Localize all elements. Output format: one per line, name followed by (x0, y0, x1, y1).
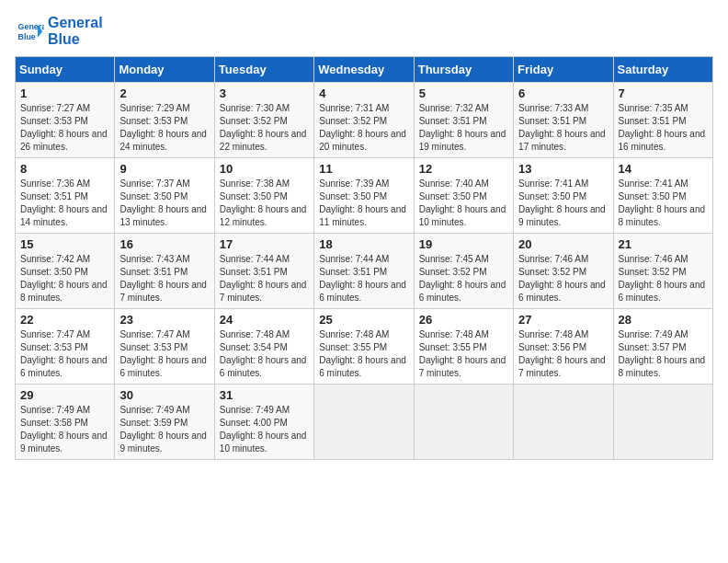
sunset-label: Sunset: 3:51 PM (619, 116, 687, 126)
daylight-label: Daylight: 8 hours and 26 minutes. (20, 129, 108, 152)
sunset-label: Sunset: 3:51 PM (518, 116, 586, 126)
sunset-label: Sunset: 3:50 PM (220, 191, 288, 201)
sunset-label: Sunset: 3:51 PM (220, 267, 288, 277)
calendar-cell: 24 Sunrise: 7:48 AM Sunset: 3:54 PM Dayl… (214, 309, 313, 385)
day-number: 31 (220, 388, 309, 402)
day-info: Sunrise: 7:35 AM Sunset: 3:51 PM Dayligh… (619, 102, 708, 154)
day-info: Sunrise: 7:40 AM Sunset: 3:50 PM Dayligh… (419, 178, 508, 229)
day-info: Sunrise: 7:47 AM Sunset: 3:53 PM Dayligh… (20, 328, 109, 380)
sunrise-label: Sunrise: 7:33 AM (518, 103, 588, 113)
sunset-label: Sunset: 4:00 PM (220, 418, 288, 428)
sunrise-label: Sunrise: 7:36 AM (20, 178, 90, 189)
calendar-cell: 10 Sunrise: 7:38 AM Sunset: 3:50 PM Dayl… (214, 158, 313, 234)
day-number: 4 (319, 86, 408, 100)
day-info: Sunrise: 7:44 AM Sunset: 3:51 PM Dayligh… (319, 253, 408, 304)
day-info: Sunrise: 7:31 AM Sunset: 3:52 PM Dayligh… (319, 102, 408, 154)
sunrise-label: Sunrise: 7:31 AM (319, 103, 389, 113)
calendar-cell: 16 Sunrise: 7:43 AM Sunset: 3:51 PM Dayl… (115, 234, 214, 309)
calendar-cell: 8 Sunrise: 7:36 AM Sunset: 3:51 PM Dayli… (16, 158, 115, 234)
calendar-cell: 14 Sunrise: 7:41 AM Sunset: 3:50 PM Dayl… (613, 158, 712, 234)
day-info: Sunrise: 7:47 AM Sunset: 3:53 PM Dayligh… (119, 328, 209, 380)
calendar-cell: 18 Sunrise: 7:44 AM Sunset: 3:51 PM Dayl… (314, 234, 414, 309)
sunrise-label: Sunrise: 7:27 AM (20, 103, 90, 113)
sunrise-label: Sunrise: 7:38 AM (220, 178, 290, 189)
calendar-cell: 11 Sunrise: 7:39 AM Sunset: 3:50 PM Dayl… (314, 158, 414, 234)
calendar-cell: 6 Sunrise: 7:33 AM Sunset: 3:51 PM Dayli… (514, 83, 613, 158)
calendar-cell: 29 Sunrise: 7:49 AM Sunset: 3:58 PM Dayl… (16, 385, 115, 460)
calendar-cell: 15 Sunrise: 7:42 AM Sunset: 3:50 PM Dayl… (16, 234, 115, 309)
daylight-label: Daylight: 8 hours and 16 minutes. (619, 129, 706, 152)
daylight-label: Daylight: 8 hours and 7 minutes. (419, 355, 506, 378)
logo: General Blue General Blue (15, 15, 103, 47)
day-info: Sunrise: 7:41 AM Sunset: 3:50 PM Dayligh… (518, 178, 608, 229)
sunrise-label: Sunrise: 7:42 AM (20, 254, 90, 264)
sunrise-label: Sunrise: 7:47 AM (119, 329, 189, 339)
sunset-label: Sunset: 3:57 PM (619, 342, 687, 352)
sunrise-label: Sunrise: 7:30 AM (220, 103, 290, 113)
daylight-label: Daylight: 8 hours and 11 minutes. (319, 204, 406, 227)
sunrise-label: Sunrise: 7:44 AM (319, 254, 389, 264)
day-number: 3 (220, 86, 309, 100)
calendar-cell: 19 Sunrise: 7:45 AM Sunset: 3:52 PM Dayl… (414, 234, 513, 309)
day-number: 16 (119, 237, 209, 251)
sunset-label: Sunset: 3:50 PM (119, 191, 188, 201)
sunrise-label: Sunrise: 7:44 AM (220, 254, 290, 264)
sunset-label: Sunset: 3:59 PM (119, 418, 188, 428)
day-number: 20 (518, 237, 608, 251)
day-number: 9 (119, 162, 209, 176)
page-header: General Blue General Blue (15, 15, 713, 47)
daylight-label: Daylight: 8 hours and 19 minutes. (419, 129, 506, 152)
sunrise-label: Sunrise: 7:48 AM (419, 329, 489, 339)
daylight-label: Daylight: 8 hours and 8 minutes. (619, 204, 706, 227)
sunset-label: Sunset: 3:58 PM (20, 418, 88, 428)
day-number: 13 (518, 162, 608, 176)
daylight-label: Daylight: 8 hours and 13 minutes. (119, 204, 207, 227)
daylight-label: Daylight: 8 hours and 6 minutes. (119, 355, 207, 378)
day-info: Sunrise: 7:38 AM Sunset: 3:50 PM Dayligh… (220, 178, 309, 229)
day-info: Sunrise: 7:32 AM Sunset: 3:51 PM Dayligh… (419, 102, 508, 154)
daylight-label: Daylight: 8 hours and 7 minutes. (220, 280, 307, 303)
daylight-label: Daylight: 8 hours and 7 minutes. (518, 355, 606, 378)
sunset-label: Sunset: 3:53 PM (20, 342, 88, 352)
day-number: 18 (319, 237, 408, 251)
daylight-label: Daylight: 8 hours and 9 minutes. (518, 204, 606, 227)
day-number: 29 (20, 388, 109, 402)
day-of-week-monday: Monday (115, 57, 214, 83)
calendar-cell: 5 Sunrise: 7:32 AM Sunset: 3:51 PM Dayli… (414, 83, 513, 158)
sunset-label: Sunset: 3:52 PM (319, 116, 387, 126)
daylight-label: Daylight: 8 hours and 6 minutes. (419, 280, 506, 303)
calendar-cell (613, 385, 712, 460)
day-number: 24 (220, 313, 309, 327)
sunrise-label: Sunrise: 7:29 AM (119, 103, 189, 113)
sunrise-label: Sunrise: 7:40 AM (419, 178, 489, 189)
sunrise-label: Sunrise: 7:49 AM (20, 405, 90, 415)
sunset-label: Sunset: 3:51 PM (419, 116, 487, 126)
day-number: 10 (220, 162, 309, 176)
sunset-label: Sunset: 3:51 PM (20, 191, 88, 201)
sunset-label: Sunset: 3:52 PM (419, 267, 487, 277)
day-number: 23 (119, 313, 209, 327)
sunset-label: Sunset: 3:56 PM (518, 342, 586, 352)
day-info: Sunrise: 7:45 AM Sunset: 3:52 PM Dayligh… (419, 253, 508, 304)
day-number: 19 (419, 237, 508, 251)
daylight-label: Daylight: 8 hours and 14 minutes. (20, 204, 108, 227)
calendar-cell: 3 Sunrise: 7:30 AM Sunset: 3:52 PM Dayli… (214, 83, 313, 158)
calendar-cell: 17 Sunrise: 7:44 AM Sunset: 3:51 PM Dayl… (214, 234, 313, 309)
day-info: Sunrise: 7:27 AM Sunset: 3:53 PM Dayligh… (20, 102, 109, 154)
daylight-label: Daylight: 8 hours and 8 minutes. (20, 280, 108, 303)
day-number: 30 (119, 388, 209, 402)
sunrise-label: Sunrise: 7:32 AM (419, 103, 489, 113)
sunrise-label: Sunrise: 7:47 AM (20, 329, 90, 339)
sunrise-label: Sunrise: 7:35 AM (619, 103, 688, 113)
calendar-cell: 22 Sunrise: 7:47 AM Sunset: 3:53 PM Dayl… (16, 309, 115, 385)
sunrise-label: Sunrise: 7:48 AM (220, 329, 290, 339)
calendar-cell (314, 385, 414, 460)
day-number: 11 (319, 162, 408, 176)
day-number: 14 (619, 162, 708, 176)
calendar-cell: 13 Sunrise: 7:41 AM Sunset: 3:50 PM Dayl… (514, 158, 613, 234)
day-info: Sunrise: 7:48 AM Sunset: 3:56 PM Dayligh… (518, 328, 608, 380)
sunset-label: Sunset: 3:53 PM (119, 342, 188, 352)
calendar-cell: 4 Sunrise: 7:31 AM Sunset: 3:52 PM Dayli… (314, 83, 414, 158)
sunrise-label: Sunrise: 7:43 AM (119, 254, 189, 264)
sunrise-label: Sunrise: 7:48 AM (319, 329, 389, 339)
